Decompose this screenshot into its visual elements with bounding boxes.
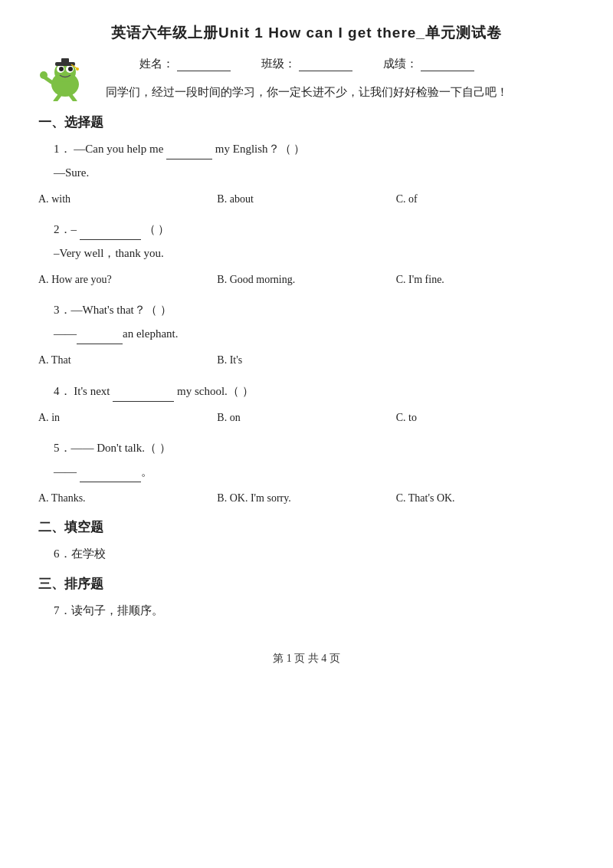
q3-options: A. That B. It's	[38, 350, 575, 370]
q4-blank	[113, 390, 174, 402]
q1-answer: —Sure.	[54, 163, 575, 183]
q3-option-a: A. That	[38, 350, 217, 370]
q2-text: 2．– （ ）	[54, 219, 575, 240]
q1-options: A. with B. about C. of	[38, 189, 575, 209]
section3-title: 三、排序题	[38, 575, 575, 593]
question-2: 2．– （ ） –Very well，thank you.	[54, 219, 575, 264]
q1-option-b: B. about	[217, 189, 395, 209]
svg-line-8	[55, 95, 60, 101]
section2-title: 二、填空题	[38, 518, 575, 536]
q3-option-b: B. It's	[217, 350, 395, 370]
q2-blank	[80, 228, 141, 240]
name-blank	[177, 58, 231, 71]
score-blank	[421, 58, 474, 71]
q5-option-c: C. That's OK.	[396, 488, 575, 508]
score-label: 成绩：	[383, 57, 418, 71]
q4-option-a: A. in	[38, 408, 217, 427]
q2-option-b: B. Good morning.	[217, 270, 395, 289]
name-field: 姓名：	[139, 57, 231, 71]
section1-title: 一、选择题	[38, 113, 575, 131]
question-1: 1． —Can you help me my English？（ ） —Sure…	[54, 139, 575, 183]
q5-option-a: A. Thanks.	[38, 488, 217, 508]
q3-option-spacer	[396, 350, 575, 370]
score-field: 成绩：	[383, 57, 474, 71]
q5-options: A. Thanks. B. OK. I'm sorry. C. That's O…	[38, 488, 575, 508]
q7-text: 7．读句子，排顺序。	[54, 600, 575, 621]
intro-text: 同学们，经过一段时间的学习，你一定长进不少，让我们好好检验一下自己吧！	[38, 85, 575, 100]
page-title: 英语六年级上册Unit 1 How can I get there_单元测试卷	[38, 23, 575, 43]
page-footer: 第 1 页 共 4 页	[38, 652, 575, 666]
q6-text: 6．在学校	[54, 544, 575, 564]
q2-option-c: C. I'm fine.	[396, 270, 575, 289]
svg-line-9	[70, 95, 75, 101]
question-5: 5．—— Don't talk.（ ） —— 。	[54, 438, 575, 482]
svg-point-7	[40, 71, 48, 79]
q5-blank	[80, 470, 141, 482]
q3-answer: ——an elephant.	[54, 324, 575, 344]
q4-text: 4． It's next my school.（ ）	[54, 381, 575, 402]
question-3: 3．—What's that？（ ） ——an elephant.	[54, 300, 575, 344]
q1-option-c: C. of	[396, 189, 575, 209]
q3-text: 3．—What's that？（ ）	[54, 300, 575, 321]
q2-answer: –Very well，thank you.	[54, 243, 575, 264]
q1-blank	[166, 147, 212, 159]
q3-blank	[77, 332, 123, 344]
q2-option-a: A. How are you?	[38, 270, 217, 289]
name-label: 姓名：	[139, 57, 174, 71]
class-label: 班级：	[261, 57, 296, 71]
info-row: 姓名： 班级： 成绩：	[38, 57, 575, 71]
q4-option-b: B. on	[217, 408, 395, 427]
q4-options: A. in B. on C. to	[38, 408, 575, 427]
question-4: 4． It's next my school.（ ）	[54, 381, 575, 402]
q4-option-c: C. to	[396, 408, 575, 427]
q5-text: 5．—— Don't talk.（ ）	[54, 438, 575, 459]
q5-answer: —— 。	[54, 462, 575, 482]
question-6: 6．在学校	[54, 544, 575, 564]
class-field: 班级：	[261, 57, 352, 71]
class-blank	[299, 58, 352, 71]
q1-text: 1． —Can you help me my English？（ ）	[54, 139, 575, 159]
q5-option-b: B. OK. I'm sorry.	[217, 488, 395, 508]
question-7: 7．读句子，排顺序。	[54, 600, 575, 621]
q1-option-a: A. with	[38, 189, 217, 209]
q2-options: A. How are you? B. Good morning. C. I'm …	[38, 270, 575, 289]
